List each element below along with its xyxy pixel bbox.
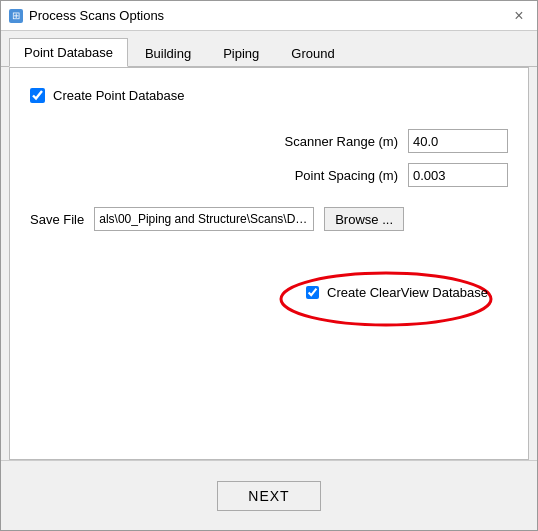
save-file-input[interactable] (94, 207, 314, 231)
save-file-row: Save File Browse ... (30, 207, 508, 231)
tab-piping[interactable]: Piping (208, 39, 274, 67)
browse-button[interactable]: Browse ... (324, 207, 404, 231)
point-spacing-label: Point Spacing (m) (295, 168, 398, 183)
main-window: Process Scans Options × Point Database B… (0, 0, 538, 531)
clearview-section: Create ClearView Database (286, 277, 508, 308)
window-title: Process Scans Options (29, 8, 164, 23)
create-point-db-label: Create Point Database (53, 88, 185, 103)
point-spacing-input[interactable] (408, 163, 508, 187)
tab-point-database[interactable]: Point Database (9, 38, 128, 67)
content-area: Create Point Database Scanner Range (m) … (9, 67, 529, 460)
window-icon (9, 9, 23, 23)
scanner-range-label: Scanner Range (m) (285, 134, 398, 149)
title-bar: Process Scans Options × (1, 1, 537, 31)
form-fields: Scanner Range (m) Point Spacing (m) (90, 129, 508, 187)
tab-building[interactable]: Building (130, 39, 206, 67)
point-spacing-row: Point Spacing (m) (90, 163, 508, 187)
create-clearview-label: Create ClearView Database (327, 285, 488, 300)
clearview-checkbox-row: Create ClearView Database (306, 285, 488, 300)
create-point-db-row: Create Point Database (30, 88, 508, 103)
tab-ground[interactable]: Ground (276, 39, 349, 67)
create-clearview-checkbox[interactable] (306, 286, 319, 299)
save-file-label: Save File (30, 212, 84, 227)
form-section: Create Point Database Scanner Range (m) … (30, 88, 508, 308)
next-button[interactable]: NEXT (217, 481, 320, 511)
close-button[interactable]: × (509, 6, 529, 26)
create-point-db-checkbox[interactable] (30, 88, 45, 103)
bottom-bar: NEXT (1, 460, 537, 530)
tab-bar: Point Database Building Piping Ground (1, 31, 537, 67)
scanner-range-row: Scanner Range (m) (90, 129, 508, 153)
scanner-range-input[interactable] (408, 129, 508, 153)
